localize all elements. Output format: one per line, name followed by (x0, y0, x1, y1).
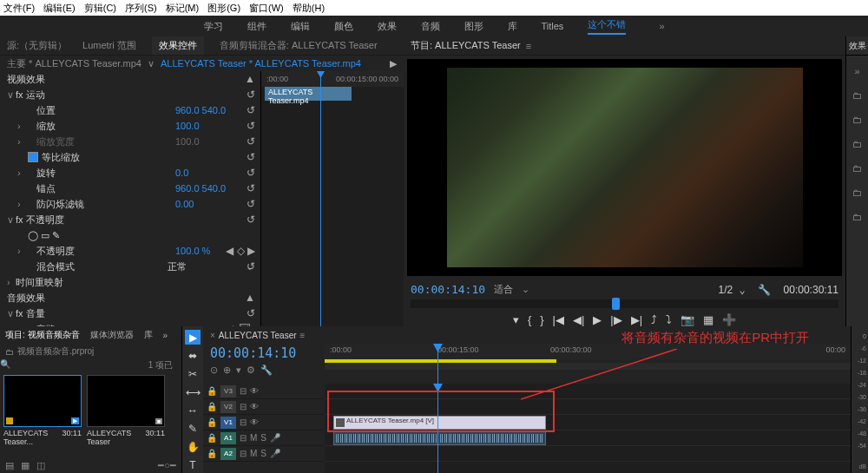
list-view-icon[interactable]: ▤ (5, 460, 14, 471)
reset-icon[interactable]: ↺ (247, 260, 255, 273)
menu-graphics[interactable]: 图形(G) (207, 2, 240, 15)
tab-source[interactable]: 源:（无剪辑） (7, 39, 67, 52)
program-timecode[interactable]: 00:00:14:10 (411, 283, 485, 296)
checkbox-uniform-scale[interactable] (28, 152, 38, 162)
ws-audio[interactable]: 音频 (421, 20, 440, 33)
val-position[interactable]: 960.0 540.0 (175, 105, 253, 115)
track-v1[interactable]: V1 (220, 417, 236, 429)
ws-custom[interactable]: 这个不错 (588, 18, 626, 35)
selection-tool-icon[interactable]: ▶ (185, 330, 201, 345)
folder-icon[interactable]: 🗀 (852, 212, 862, 222)
audio-clip[interactable] (333, 431, 546, 445)
bin-item[interactable]: ▶ ALLEYCATS Teaser...30:11 (3, 375, 82, 454)
keyframe-icon[interactable]: ◀ ◇ ▶ (226, 245, 255, 257)
effects-panel-collapsed[interactable]: 效果 » 🗀 🗀 🗀 🗀 🗀 🗀 (845, 36, 868, 326)
settings-icon[interactable]: ⚙ (247, 365, 255, 376)
scrub-playhead[interactable] (612, 298, 620, 310)
zoom-level[interactable]: 1/2 (719, 284, 733, 296)
go-out-icon[interactable]: ▶| (631, 313, 642, 326)
marker-icon[interactable]: ▾ (236, 365, 241, 376)
comparison-icon[interactable]: ▦ (703, 313, 713, 326)
tab-overflow[interactable]: » (163, 331, 168, 340)
bin-icon[interactable]: 🗀 (5, 347, 14, 357)
program-scrubber[interactable] (411, 299, 838, 308)
folder-icon[interactable]: 🗀 (852, 90, 862, 101)
menu-clip[interactable]: 剪辑(C) (84, 2, 116, 15)
ws-titles[interactable]: Titles (542, 21, 564, 31)
go-in-icon[interactable]: |◀ (553, 313, 564, 326)
snap-icon[interactable]: ⊙ (210, 365, 218, 376)
effects-tab[interactable]: 效果 (846, 36, 868, 56)
timeline-playhead[interactable] (437, 384, 438, 473)
slip-tool-icon[interactable]: ↔ (185, 404, 201, 418)
lock-icon[interactable]: 🔒 (207, 386, 217, 396)
tab-effect-controls[interactable]: 效果控件 (152, 36, 204, 55)
tab-libraries[interactable]: 库 (144, 329, 153, 341)
ws-effects[interactable]: 效果 (378, 20, 397, 33)
val-anchor[interactable]: 960.0 540.0 (175, 183, 253, 194)
track-a1[interactable]: A1 (220, 432, 236, 444)
razor-tool-icon[interactable]: ⟷ (185, 384, 201, 399)
reset-icon[interactable]: ↺ (247, 198, 255, 210)
reset-icon[interactable]: ↺ (247, 151, 255, 163)
button-editor-icon[interactable]: ➕ (722, 313, 736, 326)
ws-overflow-icon[interactable]: » (659, 21, 664, 31)
eye-icon[interactable]: 👁 (250, 402, 259, 411)
menu-file[interactable]: 文件(F) (3, 2, 35, 15)
fx-volume[interactable]: fx 音量 (16, 307, 253, 320)
eye-icon[interactable]: 👁 (250, 386, 259, 396)
reset-icon[interactable]: ↺ (247, 120, 255, 132)
fx-motion[interactable]: fx 运动 (16, 89, 253, 102)
timeline-content[interactable]: ALLEYCATS Teaser.mp4 [V] (325, 384, 851, 473)
lock-icon[interactable]: 🔒 (207, 402, 217, 411)
reset-icon[interactable]: ↺ (247, 89, 255, 101)
reset-icon[interactable]: ↺ (247, 135, 255, 148)
sequence-tab[interactable]: ALLEYCATS Teaser (219, 331, 297, 340)
mic-icon[interactable]: 🎤 (270, 449, 280, 458)
ws-editing[interactable]: 编辑 (291, 20, 310, 33)
panel-menu-icon[interactable]: ≡ (526, 41, 531, 51)
close-icon[interactable]: × (210, 331, 215, 340)
folder-icon[interactable]: 🗀 (852, 163, 862, 174)
ws-libraries[interactable]: 库 (508, 20, 517, 33)
menu-edit[interactable]: 编辑(E) (43, 2, 76, 15)
folder-icon[interactable]: 🗀 (852, 115, 862, 125)
tab-media-browser[interactable]: 媒体浏览器 (90, 329, 134, 341)
fx-opacity[interactable]: fx 不透明度 (16, 214, 253, 227)
mic-icon[interactable]: 🎤 (270, 433, 280, 443)
mask-rect-icon[interactable]: ▭ (41, 230, 49, 241)
ws-color[interactable]: 颜色 (334, 20, 353, 33)
icon-view-icon[interactable]: ▦ (21, 460, 30, 471)
bin-item[interactable]: ■ ALLEYCATS Teaser30:11 (87, 375, 165, 454)
video-clip[interactable]: ALLEYCATS Teaser.mp4 [V] (333, 416, 546, 430)
lock-icon[interactable]: 🔒 (207, 417, 217, 427)
add-marker-icon[interactable]: ▾ (513, 313, 519, 326)
pen-tool-icon[interactable]: ✎ (185, 422, 201, 437)
reset-icon[interactable]: ↺ (247, 214, 255, 226)
lock-icon[interactable]: 🔒 (207, 449, 217, 458)
track-a2[interactable]: A2 (220, 448, 236, 460)
hand-tool-icon[interactable]: ✋ (185, 440, 201, 455)
ec-timeline[interactable]: :00:00 00:00:15:00 00:00 ALLEYCATS Tease… (260, 71, 404, 326)
eye-icon[interactable]: 👁 (250, 417, 259, 427)
folder-icon[interactable]: 🗀 (852, 187, 862, 198)
play-icon[interactable]: ▶ (593, 313, 602, 326)
wrench-icon[interactable]: 🔧 (260, 365, 273, 376)
mark-in-icon[interactable]: { (528, 313, 531, 326)
ws-graphics[interactable]: 图形 (464, 20, 483, 33)
timeline-playhead[interactable] (437, 344, 438, 384)
menu-sequence[interactable]: 序列(S) (125, 2, 157, 15)
menu-marker[interactable]: 标记(M) (166, 2, 200, 15)
track-v2[interactable]: V2 (220, 401, 236, 413)
lift-icon[interactable]: ⤴ (651, 313, 657, 326)
linked-selection-icon[interactable]: ⊕ (223, 365, 231, 376)
chevron-right-icon[interactable]: » (854, 66, 859, 76)
val-scale[interactable]: 100.0 (175, 121, 253, 131)
track-v3[interactable]: V3 (220, 385, 236, 397)
reset-icon[interactable]: ↺ (247, 182, 255, 194)
ws-assembly[interactable]: 组件 (247, 20, 266, 33)
val-blend[interactable]: 正常 (168, 260, 246, 273)
export-frame-icon[interactable]: 📷 (681, 313, 694, 326)
ripple-edit-tool-icon[interactable]: ✂ (185, 366, 201, 381)
tab-project[interactable]: 项目: 视频音频杂音 (5, 329, 80, 341)
